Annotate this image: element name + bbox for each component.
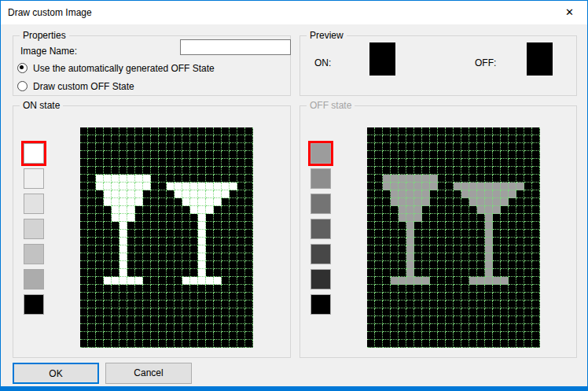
pixel-cell[interactable] [182, 316, 190, 324]
pixel-cell[interactable] [190, 316, 198, 324]
pixel-cell[interactable] [237, 143, 245, 151]
pixel-cell[interactable] [127, 340, 135, 348]
pixel-cell[interactable] [206, 301, 214, 308]
pixel-cell[interactable] [96, 277, 104, 285]
pixel-cell[interactable] [175, 127, 182, 135]
pixel-cell[interactable] [167, 277, 175, 285]
pixel-cell[interactable] [175, 245, 182, 253]
pixel-cell[interactable] [112, 214, 119, 222]
pixel-cell[interactable] [206, 316, 214, 324]
pixel-cell[interactable] [206, 143, 214, 151]
pixel-cell[interactable] [190, 261, 198, 269]
pixel-cell[interactable] [167, 238, 175, 245]
pixel-cell[interactable] [167, 151, 175, 159]
pixel-cell[interactable] [237, 340, 245, 348]
pixel-cell[interactable] [119, 127, 127, 135]
pixel-cell[interactable] [230, 285, 237, 293]
pixel-cell[interactable] [96, 127, 104, 135]
pixel-cell[interactable] [190, 198, 198, 206]
pixel-cell[interactable] [88, 183, 96, 190]
pixel-cell[interactable] [237, 245, 245, 253]
pixel-cell[interactable] [88, 285, 96, 293]
pixel-cell[interactable] [159, 127, 167, 135]
pixel-cell[interactable] [198, 198, 206, 206]
pixel-cell[interactable] [222, 151, 230, 159]
pixel-cell[interactable] [135, 190, 143, 198]
pixel-cell[interactable] [151, 127, 159, 135]
pixel-cell[interactable] [182, 127, 190, 135]
pixel-cell[interactable] [96, 159, 104, 167]
pixel-cell[interactable] [104, 285, 112, 293]
pixel-cell[interactable] [175, 269, 182, 277]
pixel-cell[interactable] [135, 308, 143, 316]
pixel-cell[interactable] [119, 159, 127, 167]
pixel-cell[interactable] [175, 167, 182, 175]
pixel-cell[interactable] [143, 159, 151, 167]
pixel-cell[interactable] [182, 183, 190, 190]
pixel-cell[interactable] [222, 293, 230, 301]
pixel-cell[interactable] [151, 308, 159, 316]
pixel-cell[interactable] [214, 151, 222, 159]
pixel-cell[interactable] [214, 190, 222, 198]
pixel-cell[interactable] [112, 183, 119, 190]
pixel-cell[interactable] [96, 261, 104, 269]
pixel-cell[interactable] [127, 175, 135, 183]
pixel-cell[interactable] [190, 143, 198, 151]
pixel-cell[interactable] [104, 190, 112, 198]
pixel-cell[interactable] [222, 190, 230, 198]
pixel-cell[interactable] [230, 332, 237, 340]
pixel-cell[interactable] [206, 214, 214, 222]
pixel-cell[interactable] [237, 308, 245, 316]
pixel-cell[interactable] [159, 167, 167, 175]
pixel-cell[interactable] [119, 151, 127, 159]
pixel-cell[interactable] [198, 238, 206, 245]
pixel-cell[interactable] [245, 277, 253, 285]
pixel-cell[interactable] [222, 308, 230, 316]
pixel-cell[interactable] [237, 277, 245, 285]
pixel-cell[interactable] [119, 293, 127, 301]
pixel-cell[interactable] [230, 340, 237, 348]
pixel-cell[interactable] [230, 143, 237, 151]
pixel-cell[interactable] [135, 277, 143, 285]
pixel-cell[interactable] [88, 269, 96, 277]
pixel-cell[interactable] [222, 206, 230, 214]
pixel-cell[interactable] [190, 151, 198, 159]
pixel-cell[interactable] [237, 316, 245, 324]
pixel-cell[interactable] [96, 308, 104, 316]
pixel-cell[interactable] [175, 308, 182, 316]
pixel-cell[interactable] [198, 127, 206, 135]
pixel-cell[interactable] [237, 293, 245, 301]
radio-custom-off-state[interactable]: Draw custom OFF State [17, 81, 277, 93]
pixel-cell[interactable] [167, 127, 175, 135]
pixel-cell[interactable] [127, 190, 135, 198]
pixel-cell[interactable] [167, 183, 175, 190]
pixel-cell[interactable] [230, 206, 237, 214]
pixel-cell[interactable] [143, 206, 151, 214]
pixel-cell[interactable] [143, 316, 151, 324]
pixel-cell[interactable] [143, 269, 151, 277]
pixel-cell[interactable] [175, 277, 182, 285]
pixel-cell[interactable] [112, 190, 119, 198]
pixel-cell[interactable] [167, 324, 175, 332]
pixel-cell[interactable] [175, 332, 182, 340]
pixel-cell[interactable] [96, 293, 104, 301]
pixel-cell[interactable] [167, 175, 175, 183]
pixel-cell[interactable] [182, 214, 190, 222]
pixel-cell[interactable] [143, 198, 151, 206]
pixel-cell[interactable] [112, 198, 119, 206]
pixel-cell[interactable] [190, 293, 198, 301]
pixel-cell[interactable] [159, 285, 167, 293]
pixel-cell[interactable] [88, 277, 96, 285]
pixel-cell[interactable] [104, 151, 112, 159]
pixel-cell[interactable] [96, 190, 104, 198]
pixel-cell[interactable] [237, 238, 245, 245]
pixel-cell[interactable] [230, 167, 237, 175]
pixel-cell[interactable] [245, 167, 253, 175]
pixel-cell[interactable] [143, 183, 151, 190]
pixel-cell[interactable] [104, 143, 112, 151]
pixel-cell[interactable] [190, 214, 198, 222]
pixel-cell[interactable] [88, 143, 96, 151]
pixel-cell[interactable] [112, 340, 119, 348]
pixel-cell[interactable] [112, 324, 119, 332]
pixel-cell[interactable] [80, 198, 88, 206]
